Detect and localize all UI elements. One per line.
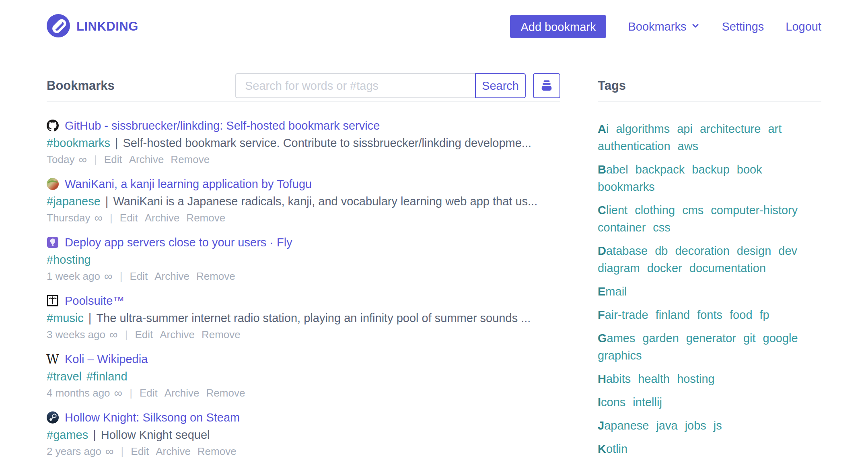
archive-link[interactable]: Archive	[156, 444, 191, 459]
bookmark-item: Deploy app servers close to your users ·…	[47, 234, 560, 284]
search-input[interactable]	[235, 73, 476, 98]
tag-link[interactable]: db	[655, 242, 668, 260]
tag-link[interactable]: computer-history	[711, 202, 798, 219]
brand[interactable]: LINKDING	[47, 14, 138, 39]
tag-link[interactable]: git	[743, 330, 756, 347]
tag-link[interactable]: health	[638, 370, 670, 388]
web-archive-link[interactable]: ∞	[78, 152, 87, 167]
tag-link[interactable]: linux	[650, 464, 675, 467]
remove-link[interactable]: Remove	[171, 152, 210, 167]
bookmark-tag[interactable]: #music	[47, 312, 84, 324]
tag-link[interactable]: design	[737, 242, 771, 260]
tag-link[interactable]: java	[656, 417, 677, 434]
tag-link[interactable]: decoration	[675, 242, 729, 260]
bookmark-item: GitHub - sissbruecker/linkding: Self-hos…	[47, 117, 560, 167]
tag-link[interactable]: food	[730, 306, 752, 324]
archive-link[interactable]: Archive	[154, 269, 189, 284]
tag-link[interactable]: generator	[686, 330, 736, 347]
edit-link[interactable]: Edit	[135, 327, 153, 342]
edit-link[interactable]: Edit	[140, 385, 158, 401]
web-archive-link[interactable]: ∞	[105, 444, 114, 459]
tag-link[interactable]: art	[768, 120, 782, 138]
tag-link[interactable]: backup	[692, 161, 730, 178]
tag-link[interactable]: book	[737, 161, 762, 178]
tag-link[interactable]: container	[598, 219, 646, 236]
web-archive-link[interactable]: ∞	[94, 210, 103, 225]
tag-link[interactable]: Habits	[598, 370, 631, 388]
archive-link[interactable]: Archive	[129, 152, 164, 167]
tag-link[interactable]: Libraries	[598, 464, 643, 467]
tag-link[interactable]: docker	[647, 260, 682, 277]
tag-link[interactable]: backpack	[636, 161, 685, 178]
tag-link[interactable]: authentication	[598, 138, 671, 155]
bookmark-tag[interactable]: #bookmarks	[47, 136, 110, 149]
bookmark-tag[interactable]: #games	[47, 428, 88, 441]
remove-link[interactable]: Remove	[202, 327, 241, 342]
tag-link[interactable]: algorithms	[616, 120, 670, 138]
tag-link[interactable]: api	[677, 120, 693, 138]
bookmark-title[interactable]: Poolsuite™	[65, 292, 124, 309]
tag-group-letter: I	[598, 396, 601, 409]
tag-link[interactable]: Database	[598, 242, 648, 260]
edit-link[interactable]: Edit	[120, 210, 138, 225]
tag-link[interactable]: finland	[656, 306, 690, 324]
tag-link[interactable]: css	[653, 219, 671, 236]
tag-link[interactable]: bookmarks	[598, 178, 655, 196]
bookmark-title[interactable]: GitHub - sissbruecker/linkding: Self-hos…	[65, 117, 380, 134]
tag-link[interactable]: Kotlin	[598, 440, 627, 458]
bookmark-tag[interactable]: #hosting	[47, 253, 91, 266]
nav-bookmarks-menu[interactable]: Bookmarks	[628, 20, 700, 33]
tag-link[interactable]: Babel	[598, 161, 628, 178]
bookmark-tag[interactable]: #finland	[86, 370, 128, 383]
tag-link[interactable]: architecture	[700, 120, 761, 138]
edit-link[interactable]: Edit	[104, 152, 122, 167]
archive-link[interactable]: Archive	[160, 327, 195, 342]
edit-link[interactable]: Edit	[130, 269, 148, 284]
bookmark-title[interactable]: WaniKani, a kanji learning application b…	[65, 176, 312, 192]
tag-link[interactable]: Games	[598, 330, 635, 347]
tag-link[interactable]: google	[763, 330, 798, 347]
bookmark-tag[interactable]: #japanese	[47, 195, 101, 208]
tag-group-letter: B	[598, 163, 606, 176]
tag-link[interactable]: js	[714, 417, 722, 434]
web-archive-link[interactable]: ∞	[109, 327, 118, 342]
search-button[interactable]: Search	[475, 73, 526, 98]
tag-link[interactable]: Japanese	[598, 417, 649, 434]
archive-link[interactable]: Archive	[145, 210, 180, 225]
tag-link[interactable]: aws	[678, 138, 699, 155]
remove-link[interactable]: Remove	[206, 385, 245, 401]
edit-link[interactable]: Edit	[131, 444, 149, 459]
tag-link[interactable]: graphics	[598, 347, 642, 364]
archive-link[interactable]: Archive	[165, 385, 200, 401]
tag-link[interactable]: garden	[642, 330, 679, 347]
tag-link[interactable]: documentation	[689, 260, 766, 277]
web-archive-link[interactable]: ∞	[104, 269, 113, 284]
bookmark-tag[interactable]: #travel	[47, 370, 82, 383]
tag-link[interactable]: clothing	[635, 202, 675, 219]
add-bookmark-button[interactable]: Add bookmark	[510, 15, 606, 38]
remove-link[interactable]: Remove	[197, 444, 237, 459]
nav-settings[interactable]: Settings	[722, 20, 764, 33]
remove-link[interactable]: Remove	[186, 210, 225, 225]
bookmark-title[interactable]: Deploy app servers close to your users ·…	[65, 234, 292, 251]
tag-link[interactable]: jobs	[685, 417, 706, 434]
tag-link[interactable]: Icons	[598, 394, 625, 411]
tag-link[interactable]: Client	[598, 202, 627, 219]
tag-link[interactable]: Ai	[598, 120, 609, 138]
tag-link[interactable]: Email	[598, 283, 627, 300]
tag-link[interactable]: hosting	[677, 370, 715, 388]
tag-link[interactable]: diagram	[598, 260, 640, 277]
nav-logout[interactable]: Logout	[786, 20, 821, 33]
remove-link[interactable]: Remove	[196, 269, 235, 284]
tag-link[interactable]: fp	[760, 306, 769, 324]
tag-link[interactable]: Fair-trade	[598, 306, 648, 324]
tag-link[interactable]: dev	[778, 242, 797, 260]
archived-bookmarks-button[interactable]	[533, 73, 560, 98]
bookmark-item: Hollow Knight: Silksong on Steam#games|H…	[47, 409, 560, 459]
bookmark-title[interactable]: Koli – Wikipedia	[65, 351, 148, 368]
tag-link[interactable]: cms	[682, 202, 703, 219]
tag-link[interactable]: intellij	[633, 394, 662, 411]
tag-link[interactable]: fonts	[697, 306, 722, 324]
web-archive-link[interactable]: ∞	[114, 385, 123, 401]
bookmark-title[interactable]: Hollow Knight: Silksong on Steam	[65, 409, 240, 426]
